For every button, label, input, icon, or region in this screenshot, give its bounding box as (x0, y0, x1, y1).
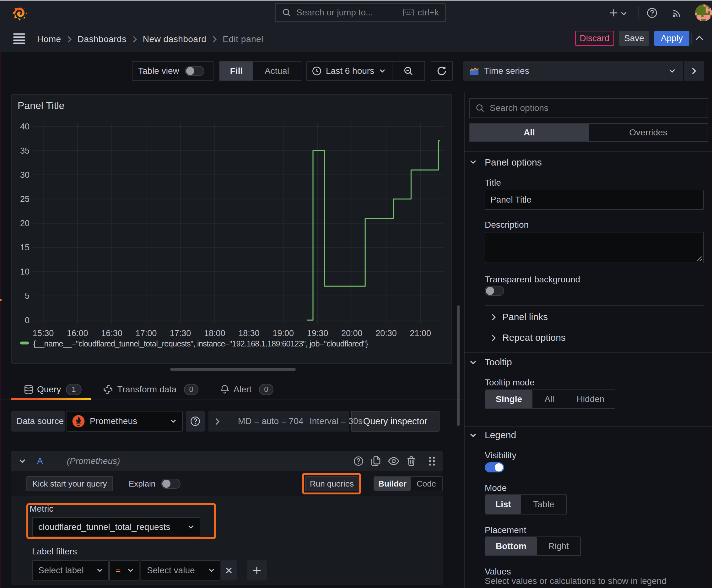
svg-text:{__name__="cloudflared_tunnel_: {__name__="cloudflared_tunnel_total_requ… (33, 339, 368, 348)
svg-text:40: 40 (20, 122, 29, 131)
svg-text:16:30: 16:30 (101, 329, 123, 338)
svg-text:20: 20 (20, 218, 29, 228)
svg-text:35: 35 (20, 146, 29, 155)
svg-text:30: 30 (20, 170, 29, 180)
svg-text:19:30: 19:30 (307, 329, 328, 338)
svg-text:18:30: 18:30 (238, 329, 260, 338)
svg-text:25: 25 (20, 194, 29, 204)
svg-text:17:00: 17:00 (136, 329, 157, 338)
svg-text:16:00: 16:00 (67, 329, 88, 338)
svg-text:20:30: 20:30 (375, 329, 397, 338)
svg-text:21:00: 21:00 (410, 329, 431, 338)
svg-text:5: 5 (25, 291, 29, 300)
svg-text:19:00: 19:00 (273, 329, 294, 338)
svg-text:20:00: 20:00 (341, 329, 363, 338)
svg-text:15: 15 (20, 243, 29, 252)
svg-text:10: 10 (20, 267, 29, 276)
svg-text:18:00: 18:00 (204, 329, 225, 338)
svg-text:0: 0 (25, 316, 29, 325)
svg-text:15:30: 15:30 (33, 329, 54, 338)
svg-text:17:30: 17:30 (170, 329, 191, 338)
